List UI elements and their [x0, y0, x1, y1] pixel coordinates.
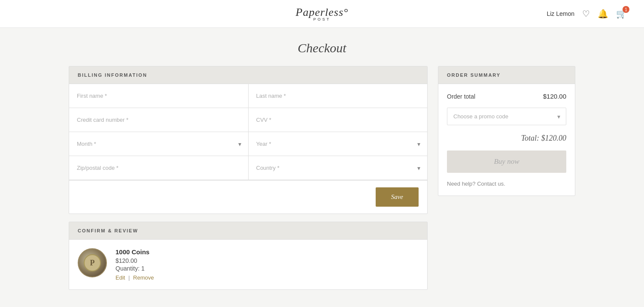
- product-quantity: Quantity: 1: [115, 265, 154, 272]
- form-actions: Save: [69, 180, 427, 214]
- billing-header: BILLING INFORMATION: [69, 66, 427, 84]
- page-title: Checkout: [0, 41, 644, 55]
- promo-select[interactable]: Choose a promo code: [447, 108, 566, 125]
- cart-badge: 1: [623, 6, 629, 13]
- billing-card: BILLING INFORMATION: [69, 66, 428, 214]
- site-logo[interactable]: Paperless° POST: [296, 6, 349, 21]
- last-name-input[interactable]: [249, 84, 428, 108]
- confirm-body: P 1000 Coins $120.00 Quantity: 1 Edit | …: [69, 240, 427, 289]
- product-logo-inner: P: [84, 254, 101, 271]
- last-name-field[interactable]: [249, 84, 428, 108]
- contact-link[interactable]: Contact us.: [477, 181, 505, 187]
- first-name-input[interactable]: [69, 84, 248, 108]
- location-row: Country * United States United Kingdom C…: [69, 156, 427, 180]
- cvv-input[interactable]: [249, 108, 428, 132]
- zip-field[interactable]: [69, 156, 249, 180]
- header-right: Liz Lemon ♡ 🔔 🛒 1: [541, 9, 627, 19]
- buy-now-button[interactable]: Buy now: [447, 150, 566, 173]
- credit-card-field[interactable]: [69, 108, 249, 132]
- remove-link[interactable]: Remove: [133, 274, 154, 281]
- cvv-field[interactable]: [249, 108, 428, 132]
- country-field[interactable]: Country * United States United Kingdom C…: [249, 156, 428, 180]
- order-summary-card: ORDER SUMMARY Order total $120.00 Choose…: [438, 66, 575, 196]
- link-separator: |: [128, 274, 131, 281]
- name-row: [69, 84, 427, 108]
- need-help-label: Need help?: [447, 181, 476, 187]
- product-logo: P: [78, 248, 107, 277]
- product-name: 1000 Coins: [115, 248, 154, 256]
- first-name-field[interactable]: [69, 84, 249, 108]
- confirm-header: CONFIRM & REVIEW: [69, 222, 427, 240]
- order-summary-section: ORDER SUMMARY Order total $120.00 Choose…: [438, 66, 575, 196]
- username-display: Liz Lemon: [547, 10, 574, 17]
- order-summary-header: ORDER SUMMARY: [438, 66, 575, 84]
- year-field[interactable]: Year * 2024 2025 2026 2027 2028 2029: [249, 132, 428, 156]
- order-total-amount: $120.00: [543, 93, 566, 100]
- order-summary-body: Order total $120.00 Choose a promo code …: [438, 84, 575, 196]
- country-select[interactable]: Country * United States United Kingdom C…: [249, 156, 428, 180]
- month-select[interactable]: Month * 01 - January 02 - February 03 - …: [69, 132, 248, 156]
- logo-letter: P: [90, 259, 95, 268]
- year-select[interactable]: Year * 2024 2025 2026 2027 2028 2029: [249, 132, 428, 156]
- product-links: Edit | Remove: [115, 274, 154, 281]
- logo-sub: POST: [313, 17, 331, 21]
- site-header: Paperless° POST Liz Lemon ♡ 🔔 🛒 1: [0, 0, 644, 28]
- help-text: Need help? Contact us.: [447, 181, 566, 187]
- month-field[interactable]: Month * 01 - January 02 - February 03 - …: [69, 132, 249, 156]
- grand-total: Total: $120.00: [447, 134, 566, 143]
- promo-select-wrapper[interactable]: Choose a promo code: [447, 108, 566, 125]
- zip-input[interactable]: [69, 156, 248, 180]
- main-content: BILLING INFORMATION: [52, 66, 592, 307]
- card-row: [69, 108, 427, 132]
- confirm-card: CONFIRM & REVIEW P 1000 Coins $120.00 Qu…: [69, 222, 428, 290]
- expiry-row: Month * 01 - January 02 - February 03 - …: [69, 132, 427, 156]
- order-total-row: Order total $120.00: [447, 93, 566, 100]
- order-total-label: Order total: [447, 93, 475, 100]
- save-button[interactable]: Save: [376, 187, 419, 207]
- favorites-icon[interactable]: ♡: [582, 9, 590, 19]
- page-title-area: Checkout: [0, 28, 644, 66]
- billing-section: BILLING INFORMATION: [69, 66, 428, 290]
- product-info: 1000 Coins $120.00 Quantity: 1 Edit | Re…: [115, 248, 154, 281]
- notifications-icon[interactable]: 🔔: [598, 9, 608, 19]
- edit-link[interactable]: Edit: [115, 274, 125, 281]
- cart-icon[interactable]: 🛒 1: [616, 9, 627, 19]
- credit-card-input[interactable]: [69, 108, 248, 132]
- product-price: $120.00: [115, 257, 154, 264]
